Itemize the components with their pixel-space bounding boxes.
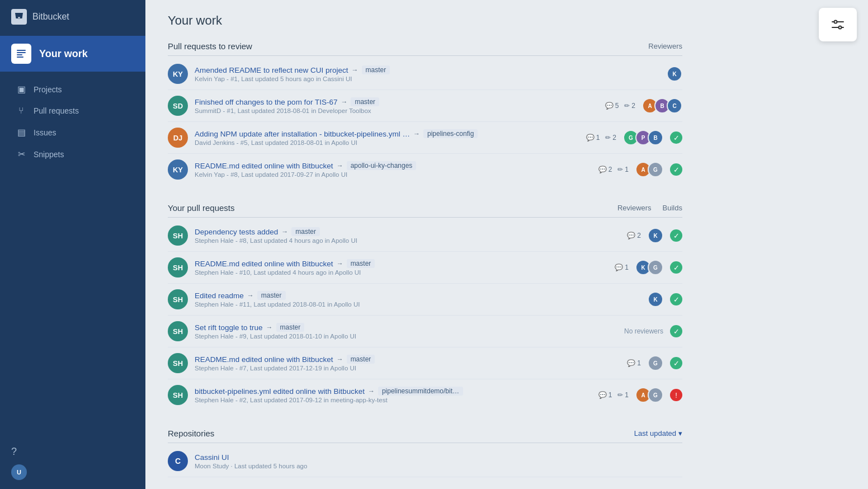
pr-info: Set rift toggle to true → master Stephen… — [195, 323, 611, 340]
reviewer-avatars: G — [648, 355, 663, 371]
repo-meta: Moon Study · Last updated 5 hours ago — [195, 463, 682, 469]
pr-stats: 💬1 — [627, 359, 641, 367]
section-title-your-prs: Your pull requests — [168, 203, 235, 213]
col-reviewers-label: Reviewers — [648, 42, 682, 50]
pull-requests-label: Pull requests — [34, 106, 79, 115]
pr-info: Finished off changes to the pom for TIS-… — [195, 97, 598, 114]
your-pr-row-5[interactable]: SH README.md edited online with Bitbucke… — [168, 347, 682, 379]
build-status-success: ✓ — [670, 163, 682, 176]
pr-info: bitbucket-pipelines.yml edited online wi… — [195, 387, 592, 403]
section-title-repos: Repositories — [168, 429, 214, 438]
pr-title: README.md edited online with Bitbucket →… — [195, 355, 620, 364]
sidebar-bottom: ? U — [0, 437, 145, 489]
avatar: G — [648, 387, 663, 403]
pr-review-row-1[interactable]: KY Amended README to reflect new CUI pro… — [168, 58, 682, 90]
avatar: DJ — [168, 128, 188, 148]
avatar: KY — [168, 64, 188, 84]
section-header-your-prs: Your pull requests Reviewers Builds — [168, 203, 682, 218]
pr-info: Dependency tests added → master Stephen … — [195, 227, 620, 244]
repositories-section: Repositories Last updated ▾ C Cassini UI… — [168, 429, 682, 477]
section-header-review: Pull requests to review Reviewers — [168, 41, 682, 56]
your-pull-requests-section: Your pull requests Reviewers Builds SH D… — [168, 203, 682, 411]
stat: 💬2 — [598, 166, 612, 173]
pr-info: README.md edited online with Bitbucket →… — [195, 259, 608, 276]
your-pr-row-2[interactable]: SH README.md edited online with Bitbucke… — [168, 252, 682, 284]
pr-title: Amended README to reflect new CUI projec… — [195, 65, 653, 74]
stat: ✏2 — [605, 134, 616, 142]
pr-review-row-4[interactable]: KY README.md edited online with Bitbucke… — [168, 154, 682, 185]
filter-button[interactable] — [819, 8, 857, 41]
user-avatar[interactable]: U — [11, 464, 27, 480]
pr-review-row-3[interactable]: DJ Adding NPM update after installation … — [168, 122, 682, 154]
svg-rect-3 — [17, 57, 23, 58]
pr-info: Amended README to reflect new CUI projec… — [195, 65, 653, 82]
snippets-label: Snippets — [34, 150, 64, 159]
pr-stats: 💬5 ✏2 — [605, 102, 635, 110]
svg-point-5 — [834, 21, 837, 23]
sidebar-item-snippets[interactable]: ✂ Snippets — [0, 143, 145, 165]
repo-sort-dropdown[interactable]: Last updated ▾ — [634, 429, 682, 438]
avatar: SH — [168, 289, 188, 309]
stat: ✏2 — [624, 102, 635, 110]
stat: 💬5 — [605, 102, 619, 110]
sidebar-item-projects[interactable]: ▣ Projects — [0, 78, 145, 100]
your-pr-row-1[interactable]: SH Dependency tests added → master Steph… — [168, 220, 682, 252]
avatar: SH — [168, 321, 188, 341]
your-work-icon — [11, 44, 31, 64]
avatar: G — [648, 260, 663, 275]
build-status-success: ✓ — [670, 325, 682, 337]
no-reviewers-label: No reviewers — [624, 327, 663, 335]
snippets-icon: ✂ — [16, 149, 27, 159]
reviewer-avatars: A G — [635, 162, 663, 177]
col-builds-label: Builds — [663, 204, 682, 212]
pr-meta: Kelvin Yap - #1, Last updated 5 hours ag… — [195, 76, 653, 82]
reviewer-avatars: K — [648, 291, 663, 307]
repo-section-header: Repositories Last updated ▾ — [168, 429, 682, 443]
repo-info: Cassini UI Moon Study · Last updated 5 h… — [195, 453, 682, 469]
sidebar-item-your-work[interactable]: Your work — [0, 36, 145, 72]
pr-title: Edited readme → master — [195, 291, 634, 300]
pr-info: README.md edited online with Bitbucket →… — [195, 355, 620, 372]
reviewer-avatars: A G — [635, 387, 663, 403]
section-cols-review: Reviewers — [648, 42, 682, 50]
repo-row-1[interactable]: C Cassini UI Moon Study · Last updated 5… — [168, 445, 682, 477]
pr-meta: Stephen Hale - #11, Last updated 2018-08… — [195, 301, 634, 308]
stat: 💬1 — [598, 391, 612, 399]
your-pr-row-3[interactable]: SH Edited readme → master Stephen Hale -… — [168, 284, 682, 316]
build-status-success: ✓ — [670, 293, 682, 305]
pr-info: Adding NPM update after installation - b… — [195, 129, 579, 146]
pr-info: Edited readme → master Stephen Hale - #1… — [195, 291, 634, 308]
pr-review-row-2[interactable]: SD Finished off changes to the pom for T… — [168, 90, 682, 122]
repo-sort-label: Last updated — [634, 429, 676, 438]
pr-title: bitbucket-pipelines.yml edited online wi… — [195, 387, 592, 396]
projects-icon: ▣ — [16, 84, 27, 95]
sidebar-item-issues[interactable]: ▤ Issues — [0, 121, 145, 143]
avatar: K — [667, 66, 682, 82]
sidebar: Bitbucket Your work ▣ Projects ⑂ Pull re… — [0, 0, 145, 489]
avatar: KY — [168, 159, 188, 180]
pr-title: README.md edited online with Bitbucket →… — [195, 161, 592, 170]
pr-meta: Kelvin Yap - #8, Last updated 2017-09-27… — [195, 171, 592, 178]
stat: 💬2 — [627, 232, 641, 239]
issues-label: Issues — [34, 128, 56, 137]
pr-meta: SummitD - #1, Last updated 2018-08-01 in… — [195, 107, 598, 114]
avatar: SD — [168, 96, 188, 116]
stat: ✏1 — [617, 166, 629, 173]
help-icon[interactable]: ? — [11, 446, 134, 458]
build-status-success: ✓ — [670, 357, 682, 369]
reviewer-avatars: K — [648, 228, 663, 243]
avatar: G — [648, 355, 663, 371]
avatar: SH — [168, 385, 188, 405]
pr-stats: 💬2 ✏1 — [598, 166, 629, 173]
your-pr-row-4[interactable]: SH Set rift toggle to true → master Step… — [168, 316, 682, 347]
your-pr-row-6[interactable]: SH bitbucket-pipelines.yml edited online… — [168, 379, 682, 411]
reviewer-avatars: K G — [635, 260, 663, 275]
app-logo[interactable]: Bitbucket — [0, 0, 145, 34]
repo-icon: C — [168, 451, 188, 471]
sidebar-item-pull-requests[interactable]: ⑂ Pull requests — [0, 100, 145, 121]
pr-title: Finished off changes to the pom for TIS-… — [195, 97, 598, 106]
col-reviewers-label: Reviewers — [617, 204, 652, 212]
avatar: B — [648, 130, 663, 145]
pr-title: README.md edited online with Bitbucket →… — [195, 259, 608, 268]
avatar: SH — [168, 353, 188, 373]
